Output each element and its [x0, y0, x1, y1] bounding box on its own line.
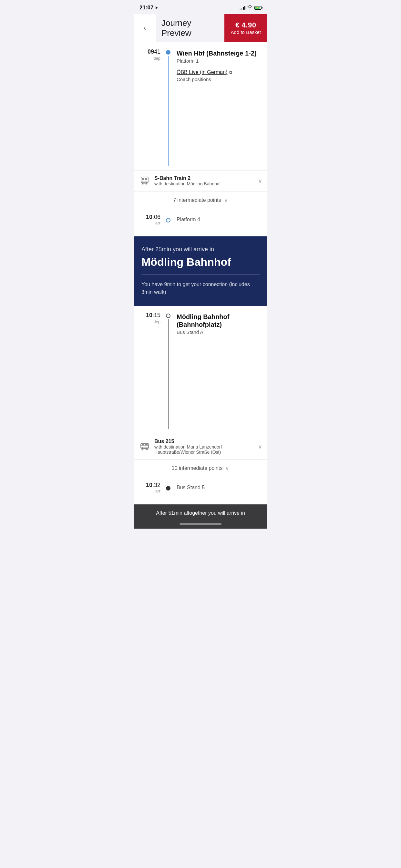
first-intermediate-text: 7 intermediate points [173, 197, 221, 203]
second-arr-row: 10:32 arr Bus Stand 5 [134, 477, 267, 498]
first-dep-row: 0941 dep Wien Hbf (Bahnsteige 1-2) Platf… [134, 49, 267, 166]
second-arr-dot [166, 486, 171, 491]
time-display: 21:07 [140, 4, 153, 11]
first-arr-dot-col [163, 217, 174, 222]
connection-info-text: You have 9min to get your connection (in… [142, 281, 259, 296]
second-transport-row[interactable]: Bus 215 with destination Maria Lanzendor… [134, 434, 267, 459]
second-line-col [163, 312, 174, 429]
obb-link-area[interactable]: ÖBB Live (in German) ⧉ [177, 69, 262, 75]
second-intermediate-row[interactable]: 10 intermediate points ∨ [134, 459, 267, 477]
connection-sub-text: After 25min you will arrive in [142, 246, 259, 253]
second-stop-name: Mödling Bahnhof (Bahnhofplatz) [177, 313, 262, 329]
second-arr-time-col: 10:32 arr [139, 482, 163, 493]
first-dep-time: 0941 [148, 49, 160, 55]
second-arr-label: arr [139, 489, 160, 493]
first-arr-platform: Platform 4 [174, 217, 262, 222]
svg-rect-0 [141, 177, 148, 183]
second-transport-name: Bus 215 [154, 438, 258, 444]
first-dep-time-col: 0941 dep [139, 49, 163, 166]
second-transport-dest: with destination Maria Lanzendorf Haupts… [154, 444, 258, 455]
first-stop-name: Wien Hbf (Bahnsteige 1-2) [177, 50, 262, 57]
journey-content: 0941 dep Wien Hbf (Bahnsteige 1-2) Platf… [134, 42, 267, 529]
location-arrow-icon: ➤ [155, 6, 158, 10]
status-icons: ⚡ [240, 5, 261, 10]
price-amount: € 4.90 [235, 21, 256, 29]
first-stop-info: Wien Hbf (Bahnsteige 1-2) Platform 1 ÖBB… [174, 49, 262, 166]
svg-rect-6 [142, 444, 144, 445]
wifi-icon [247, 5, 252, 10]
second-segment: 10:15 dep Mödling Bahnhof (Bahnhofplatz)… [134, 306, 267, 504]
page-title: Journey Preview [161, 18, 219, 38]
second-dep-time: 10:15 [146, 312, 160, 319]
status-bar: 21:07 ➤ ⚡ [134, 0, 267, 14]
status-time: 21:07 ➤ [140, 4, 158, 11]
connection-station: Mödling Bahnhof [142, 256, 259, 268]
signal-bars-icon [240, 6, 245, 10]
connection-banner: After 25min you will arrive in Mödling B… [134, 237, 267, 306]
add-to-basket-label: Add to Basket [231, 29, 261, 35]
second-intermediate-expand-icon: ∨ [225, 465, 229, 472]
back-chevron-icon: ‹ [144, 24, 146, 32]
obb-link-text: ÖBB Live (in German) [177, 69, 227, 75]
first-transport-info: S-Bahn Train 2 with destination Mödling … [154, 175, 258, 186]
svg-rect-7 [145, 444, 148, 445]
first-arr-time-col: 10:06 arr [139, 214, 163, 225]
bottom-bar-text: After 51min altogether you will arrive i… [156, 510, 245, 516]
first-line-col [163, 49, 174, 166]
first-transport-row[interactable]: S-Bahn Train 2 with destination Mödling … [134, 170, 267, 191]
first-transport-name: S-Bahn Train 2 [154, 175, 258, 181]
home-line [180, 523, 221, 525]
first-arr-dot [166, 218, 171, 222]
first-intermediate-row[interactable]: 7 intermediate points ∨ [134, 191, 267, 209]
second-transport-expand-icon: ∨ [258, 443, 262, 450]
external-link-icon: ⧉ [229, 70, 232, 75]
connection-divider [142, 275, 259, 275]
svg-rect-2 [145, 178, 147, 180]
second-arr-platform: Bus Stand 5 [174, 485, 262, 491]
second-transport-info: Bus 215 with destination Maria Lanzendor… [154, 438, 258, 455]
svg-point-9 [146, 449, 148, 451]
second-dep-dot [166, 314, 171, 318]
second-dep-time-col: 10:15 dep [139, 312, 163, 429]
second-dep-label: dep [153, 319, 160, 324]
first-arr-time: 10:06 [139, 214, 160, 221]
first-segment: 0941 dep Wien Hbf (Bahnsteige 1-2) Platf… [134, 42, 267, 237]
first-transport-expand-icon: ∨ [258, 177, 262, 184]
home-indicator [134, 521, 267, 529]
first-transport-dest: with destination Mödling Bahnhof [154, 181, 258, 186]
second-vertical-line [168, 319, 169, 429]
coach-positions: Coach positions [177, 76, 262, 82]
first-stop-platform: Platform 1 [177, 58, 262, 64]
second-arr-time: 10:32 [139, 482, 160, 489]
first-dep-dot [166, 50, 171, 55]
back-button[interactable]: ‹ [134, 14, 156, 42]
svg-point-8 [142, 449, 143, 451]
second-stop-info: Mödling Bahnhof (Bahnhofplatz) Bus Stand… [174, 312, 262, 429]
first-dep-label: dep [153, 56, 160, 61]
first-vertical-line [168, 56, 169, 166]
second-dep-row: 10:15 dep Mödling Bahnhof (Bahnhofplatz)… [134, 312, 267, 429]
train-icon [139, 175, 150, 187]
second-intermediate-text: 10 intermediate points [172, 465, 222, 471]
first-arr-row: 10:06 arr Platform 4 [134, 209, 267, 230]
second-stop-platform: Bus Stand A [177, 330, 262, 335]
obb-link[interactable]: ÖBB Live (in German) ⧉ [177, 69, 232, 75]
bus-icon [139, 441, 150, 453]
first-arr-label: arr [139, 221, 160, 225]
header-title-area: Journey Preview [156, 14, 224, 42]
battery-icon: ⚡ [254, 6, 261, 10]
bottom-bar: After 51min altogether you will arrive i… [134, 504, 267, 521]
svg-rect-1 [142, 178, 144, 180]
add-to-basket-button[interactable]: € 4.90 Add to Basket [224, 14, 267, 42]
header: ‹ Journey Preview € 4.90 Add to Basket [134, 14, 267, 42]
first-intermediate-expand-icon: ∨ [224, 197, 228, 204]
second-arr-dot-col [163, 485, 174, 491]
